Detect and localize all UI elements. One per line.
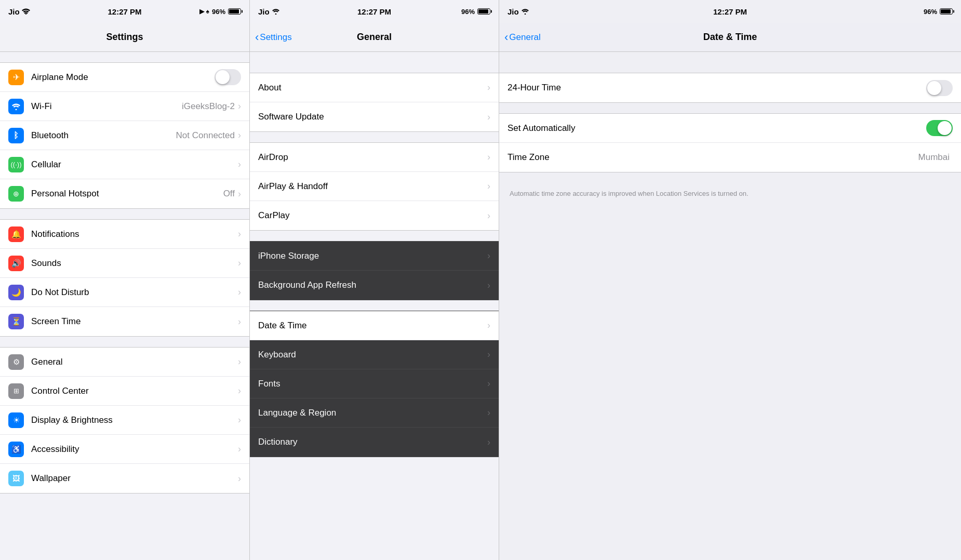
row-dictionary[interactable]: Dictionary › (250, 428, 499, 457)
wifi-symbol (11, 103, 21, 110)
wifi-icon-2 (272, 8, 280, 15)
row-screentime[interactable]: ⏳ Screen Time › (0, 307, 249, 336)
airdrop-chevron: › (487, 152, 490, 163)
dictionary-label: Dictionary (258, 437, 487, 447)
section-datetime: Date & Time › Keyboard › Fonts › Languag… (250, 311, 499, 457)
fonts-label: Fonts (258, 379, 487, 389)
battery-icon-3 (940, 8, 953, 15)
row-general[interactable]: ⚙ General › (0, 348, 249, 377)
status-bar-3: Jio 12:27 PM 96% (499, 0, 961, 23)
back-label-2: Settings (260, 32, 291, 43)
row-accessibility[interactable]: ♿ Accessibility › (0, 435, 249, 464)
dnd-chevron: › (238, 287, 241, 298)
languageregion-chevron: › (487, 407, 490, 418)
cellular-icon: ((·)) (8, 157, 24, 172)
row-keyboard[interactable]: Keyboard › (250, 340, 499, 369)
row-timezone[interactable]: Time Zone Mumbai (499, 143, 961, 172)
section-setauto: Set Automatically Time Zone Mumbai (499, 113, 961, 172)
bluetooth-value: Not Connected (176, 130, 235, 141)
notifications-chevron: › (238, 229, 241, 239)
iphonestorage-label: iPhone Storage (258, 251, 487, 261)
sounds-label: Sounds (31, 258, 238, 269)
battery-pct-2: 96% (461, 8, 475, 16)
row-hotspot[interactable]: ⊕ Personal Hotspot Off › (0, 179, 249, 208)
wifi-chevron: › (238, 101, 241, 112)
controlcenter-chevron: › (238, 385, 241, 396)
screentime-chevron: › (238, 316, 241, 327)
carrier-2: Jio (258, 7, 270, 16)
nav-bar-1: Settings (0, 23, 249, 52)
wifi-value: iGeeksBlog-2 (182, 101, 235, 112)
row-sounds[interactable]: 🔊 Sounds › (0, 249, 249, 278)
row-setautomatically[interactable]: Set Automatically (499, 114, 961, 143)
row-languageregion[interactable]: Language & Region › (250, 398, 499, 428)
general-label: General (31, 357, 238, 367)
notifications-label: Notifications (31, 229, 238, 239)
section-storage: iPhone Storage › Background App Refresh … (250, 241, 499, 300)
back-chevron-3: ‹ (504, 32, 508, 43)
row-fonts[interactable]: Fonts › (250, 369, 499, 398)
row-24hourtime[interactable]: 24-Hour Time (499, 73, 961, 102)
row-carplay[interactable]: CarPlay › (250, 201, 499, 230)
svg-point-3 (524, 14, 526, 15)
accessibility-icon: ♿ (8, 442, 24, 457)
accessibility-label: Accessibility (31, 444, 238, 455)
row-bgapprefresh[interactable]: Background App Refresh › (250, 271, 499, 300)
airplane-mode-icon: ✈ (8, 70, 24, 85)
wifi-icon-1 (22, 8, 30, 15)
airplay-label: AirPlay & Handoff (258, 181, 487, 192)
right-icons-1: ▶ ♠ 96% (199, 8, 241, 16)
setautomatically-toggle[interactable] (926, 120, 953, 136)
row-airdrop[interactable]: AirDrop › (250, 143, 499, 172)
row-controlcenter[interactable]: ⊞ Control Center › (0, 377, 249, 406)
row-wallpaper[interactable]: 🖼 Wallpaper › (0, 464, 249, 493)
wifi-label: Wi-Fi (31, 101, 182, 112)
page-title-1: Settings (106, 32, 143, 43)
row-dnd[interactable]: 🌙 Do Not Disturb › (0, 278, 249, 307)
right-icons-3: 96% (924, 8, 953, 16)
row-wifi[interactable]: Wi-Fi iGeeksBlog-2 › (0, 92, 249, 121)
wallpaper-chevron: › (238, 473, 241, 484)
svg-point-1 (16, 109, 17, 110)
softwareupdate-chevron: › (487, 112, 490, 123)
row-airplay[interactable]: AirPlay & Handoff › (250, 172, 499, 201)
battery-icon-1 (228, 8, 241, 15)
datetime-panel: Jio 12:27 PM 96% ‹ General Date & Time 2… (499, 0, 961, 560)
accessibility-chevron: › (238, 444, 241, 455)
controlcenter-icon: ⊞ (8, 383, 24, 399)
row-cellular[interactable]: ((·)) Cellular › (0, 150, 249, 179)
controlcenter-label: Control Center (31, 386, 238, 396)
bluetooth-label: Bluetooth (31, 130, 176, 141)
airplane-mode-toggle[interactable] (215, 69, 241, 85)
row-iphonestorge[interactable]: iPhone Storage › (250, 242, 499, 271)
row-displaybrightness[interactable]: ☀ Display & Brightness › (0, 406, 249, 435)
bluetooth-chevron: › (238, 130, 241, 141)
about-label: About (258, 83, 487, 93)
back-button-2[interactable]: ‹ Settings (255, 32, 292, 43)
back-label-3: General (509, 32, 540, 43)
cellular-label: Cellular (31, 159, 238, 170)
softwareupdate-label: Software Update (258, 112, 487, 122)
carrier-1: Jio (8, 7, 20, 16)
airdrop-label: AirDrop (258, 152, 487, 163)
languageregion-label: Language & Region (258, 408, 487, 418)
carplay-chevron: › (487, 210, 490, 221)
svg-point-2 (275, 14, 276, 15)
row-notifications[interactable]: 🔔 Notifications › (0, 220, 249, 249)
row-airplane-mode[interactable]: ✈ Airplane Mode (0, 63, 249, 92)
row-datetime[interactable]: Date & Time › (250, 311, 499, 340)
24hourtime-toggle[interactable] (926, 80, 953, 96)
general-icon: ⚙ (8, 354, 24, 370)
datetime-chevron: › (487, 320, 490, 331)
row-bluetooth[interactable]: ᛒ Bluetooth Not Connected › (0, 121, 249, 150)
bluetooth-icon: ᛒ (8, 128, 24, 143)
datetime-label: Date & Time (258, 321, 487, 331)
hotspot-icon: ⊕ (8, 186, 24, 202)
back-button-3[interactable]: ‹ General (504, 32, 541, 43)
row-softwareupdate[interactable]: Software Update › (250, 102, 499, 131)
airplane-mode-label: Airplane Mode (31, 72, 215, 83)
screentime-icon: ⏳ (8, 314, 24, 329)
status-bar-2: Jio 12:27 PM 96% (250, 0, 499, 23)
carplay-label: CarPlay (258, 210, 487, 221)
row-about[interactable]: About › (250, 73, 499, 102)
